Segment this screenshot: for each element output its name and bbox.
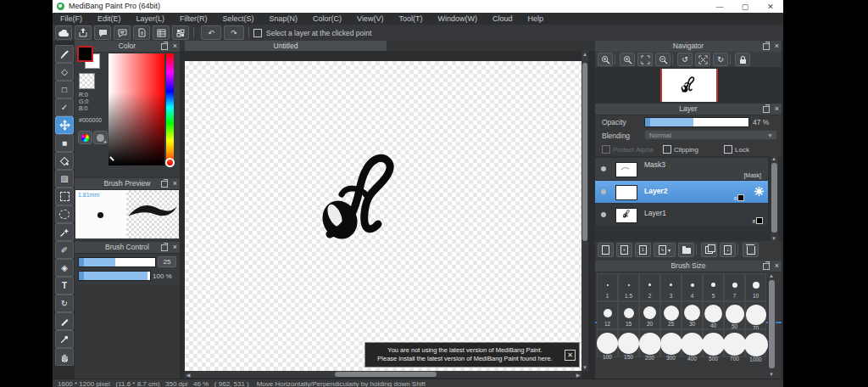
brush-size-option[interactable]: 300 [660,329,682,357]
visibility-icon[interactable] [601,189,606,194]
list-icon[interactable] [153,25,170,40]
close-icon[interactable]: × [775,261,779,272]
brush-size-option[interactable]: 20 [639,301,660,329]
merge-layer-icon[interactable]: ⇣ [720,243,736,257]
protect-alpha-checkbox[interactable]: Protect Alpha [602,145,654,154]
visibility-icon[interactable] [601,212,606,217]
menu-cloud[interactable]: Cloud [485,13,520,25]
gradient-tool[interactable]: ▨ [55,170,74,188]
maximize-button[interactable]: ▢ [732,0,758,13]
rotate-right-icon[interactable]: ↻ [713,53,728,66]
popout-icon[interactable] [763,106,770,113]
cloud-icon[interactable] [55,25,72,40]
popout-icon[interactable] [763,263,770,270]
comment-icon[interactable] [94,25,111,40]
new-layer-icon[interactable] [598,243,614,257]
select-pen-tool[interactable]: ✐ [55,241,74,259]
brush-size-option[interactable]: 4 [682,273,703,301]
duplicate-layer-icon[interactable]: + [616,243,632,257]
layer-opacity-slider[interactable] [644,117,749,127]
brush-size-slider[interactable] [78,257,156,267]
tab-untitled[interactable]: Untitled [185,41,387,51]
scroll-up-icon[interactable]: ▲ [768,273,775,278]
menu-select[interactable]: Select(S) [215,13,262,25]
brush-size-option[interactable]: 30 [682,301,703,329]
visibility-icon[interactable] [601,166,606,171]
close-icon[interactable]: × [775,104,779,115]
reset-view-icon[interactable] [695,53,710,66]
brush-size-option[interactable]: 1.5 [618,273,639,301]
popout-icon[interactable] [161,43,168,50]
menu-view[interactable]: View(V) [349,13,391,25]
horizontal-scroll-thumb[interactable] [335,372,437,377]
scroll-up-icon[interactable]: ▲ [581,52,588,57]
brush-size-option[interactable]: 3 [660,273,682,301]
close-icon[interactable]: × [173,178,177,189]
brush-size-option[interactable]: 500 [703,329,724,357]
export-icon[interactable] [75,25,92,40]
brush-size-option[interactable]: 2 [639,273,660,301]
blending-dropdown[interactable]: Normal ▼ [644,130,777,140]
menu-filter[interactable]: Filter(R) [172,13,215,25]
add-layer-menu-icon[interactable]: ↳▾ [654,243,676,257]
rotate-left-icon[interactable]: ↺ [677,53,693,66]
brush-size-option[interactable]: 25 [660,301,682,329]
brush-size-option[interactable]: 70 [745,301,766,329]
dot-tool[interactable]: □ [55,81,74,98]
brush-size-option[interactable]: 1 [597,273,618,301]
scroll-left-icon[interactable]: ◀ [185,372,192,378]
brush-size-option[interactable]: 1000 [745,329,766,357]
layer-settings-gear-icon[interactable] [754,186,765,197]
foreground-color-swatch[interactable] [77,46,93,62]
new-1bit-layer-icon[interactable]: 1 [635,243,651,257]
menu-layer[interactable]: Layer(L) [129,13,173,25]
canvas-horizontal-scrollbar[interactable]: ◀ ▶ [185,371,581,378]
brush-tool[interactable] [55,45,74,63]
fit-screen-icon[interactable] [637,53,653,66]
delete-layer-icon[interactable] [743,243,759,257]
zoom-out-icon[interactable] [655,53,670,66]
brush-size-option[interactable]: 15 [618,301,639,329]
brush-size-option[interactable]: 700 [724,329,745,357]
hand-tool[interactable] [55,348,74,366]
scroll-down-icon[interactable]: ▼ [581,365,588,370]
canvas[interactable]: You are not using the latest version of … [185,61,581,371]
copy-layer-icon[interactable] [701,243,717,257]
notification-close-icon[interactable]: ✕ [565,350,576,361]
menu-color[interactable]: Color(C) [305,13,349,25]
eyedropper-tool[interactable] [55,330,74,348]
brush-size-value[interactable]: 25 [158,256,176,267]
menu-edit[interactable]: Edit(E) [90,13,129,25]
text-tool[interactable]: T [55,277,74,294]
brush-size-option[interactable]: 12 [597,301,618,329]
divide-tool[interactable] [55,312,74,330]
layer-row-layer1[interactable]: Layer1 8 [595,204,768,226]
close-icon[interactable]: × [173,242,177,253]
brush-size-option[interactable]: 400 [682,329,703,357]
brush-size-option[interactable]: 5 [703,273,724,301]
rotate-tool[interactable]: ↻ [55,294,74,312]
menu-file[interactable]: File(F) [53,13,90,25]
layer-thumbnail[interactable] [615,185,637,200]
notification-line2[interactable]: Please install the latest version of Med… [377,355,552,362]
scroll-right-icon[interactable]: ▶ [575,372,581,378]
folder-icon[interactable] [678,243,694,257]
layer-list-scrollbar[interactable]: ▲ ▼ [771,156,778,241]
saturation-value-picker[interactable] [108,53,164,165]
layer-thumbnail[interactable] [615,162,637,177]
close-icon[interactable]: × [775,41,779,52]
operation-tool[interactable]: ✓ [55,98,74,116]
select-layer-checkbox[interactable] [253,29,262,37]
canvas-vertical-scrollbar[interactable]: ▲ ▼ [581,51,588,371]
redo-icon[interactable]: ↷ [224,25,244,40]
marquee-select-tool[interactable] [55,188,74,205]
brush-opacity-slider[interactable] [78,271,151,281]
menu-window[interactable]: Window(W) [430,13,485,25]
menu-tool[interactable]: Tool(T) [391,13,430,25]
navigator-preview-area[interactable] [595,67,782,104]
vertical-scroll-thumb[interactable] [582,63,587,241]
layer-row-mask3[interactable]: Mask3 [Mask] [595,158,768,180]
close-button[interactable]: ✕ [758,0,783,13]
minimize-button[interactable]: — [707,0,732,13]
brush-size-option[interactable]: 150 [618,329,639,357]
